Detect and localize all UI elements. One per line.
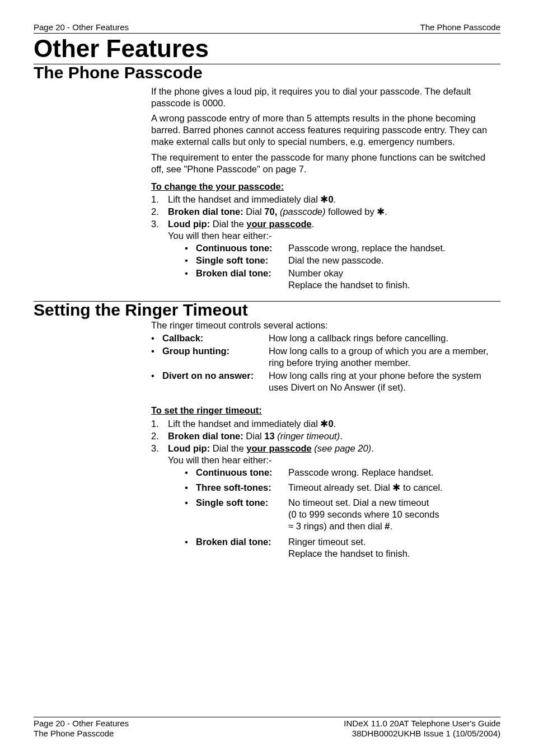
subheading: To set the ringer timeout: [151, 405, 500, 416]
list-item: 1. Lift the handset and immediately dial… [151, 418, 500, 430]
page-footer: Page 20 - Other Features The Phone Passc… [34, 717, 500, 740]
section1-heading: The Phone Passcode [34, 63, 500, 82]
para: If the phone gives a loud pip, it requir… [151, 86, 500, 109]
header-right: The Phone Passcode [420, 22, 500, 32]
list-item: 3. Loud pip: Dial the your passcode. You… [151, 218, 500, 291]
para: The ringer timeout controls several acti… [151, 320, 500, 331]
list-item: • Callback: How long a callback rings be… [151, 332, 500, 344]
star-icon: ✱ [392, 482, 400, 492]
section2-heading: Setting the Ringer Timeout [34, 300, 500, 320]
header-left: Page 20 - Other Features [34, 22, 129, 32]
list-item: • Continuous tone: Passcode wrong. Repla… [185, 467, 500, 478]
list-item: • Continuous tone: Passcode wrong, repla… [185, 242, 500, 254]
star-icon: ✱ [320, 194, 328, 204]
section1-body: If the phone gives a loud pip, it requir… [151, 86, 500, 291]
para: The requirement to enter the passcode fo… [151, 152, 500, 175]
list-item: 2. Broken dial tone: Dial 70, (passcode)… [151, 206, 500, 218]
footer-left: Page 20 - Other Features The Phone Passc… [34, 719, 129, 740]
list-item: • Broken dial tone: Ringer timeout set. … [185, 536, 500, 560]
list-item: • Single soft tone: Dial the new passcod… [185, 255, 500, 266]
list-item: 2. Broken dial tone: Dial 13 (ringer tim… [151, 430, 500, 442]
list-item: 3. Loud pip: Dial the your passcode (see… [151, 443, 500, 560]
list-item: • Divert on no answer: How long calls ri… [151, 370, 500, 393]
list-item: 1. Lift the handset and immediately dial… [151, 194, 500, 205]
list-item: • Group hunting: How long calls to a gro… [151, 345, 500, 369]
footer-right: INDeX 11.0 20AT Telephone User's Guide 3… [344, 719, 500, 740]
list-item: • Single soft tone: No timeout set. Dial… [185, 497, 500, 532]
star-icon: ✱ [377, 206, 385, 217]
list-item: • Three soft-tones: Timeout already set.… [185, 482, 500, 494]
star-icon: ✱ [320, 419, 328, 429]
page-title: Other Features [34, 35, 500, 64]
page-header: Page 20 - Other Features The Phone Passc… [34, 22, 500, 34]
subheading: To change the your passcode: [151, 181, 500, 192]
para: A wrong passcode entry of more than 5 at… [151, 112, 500, 148]
list-item: • Broken dial tone: Number okay Replace … [185, 267, 500, 291]
section2-body: The ringer timeout controls several acti… [151, 320, 500, 560]
